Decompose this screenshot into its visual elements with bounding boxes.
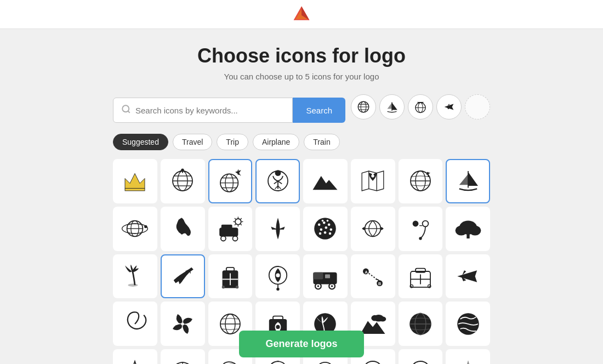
- icon-cell-palm-mountain[interactable]: [303, 159, 348, 203]
- page-subtitle: You can choose up to 5 icons for your lo…: [224, 72, 379, 81]
- icon-cell-airplane-arrow[interactable]: [161, 254, 205, 299]
- filter-airplane[interactable]: Airplane: [253, 134, 299, 150]
- svg-point-71: [412, 221, 418, 227]
- svg-point-93: [317, 285, 320, 287]
- top-bar: [0, 0, 603, 29]
- svg-point-63: [330, 229, 333, 231]
- svg-point-60: [328, 224, 331, 226]
- svg-point-66: [329, 232, 332, 235]
- svg-rect-78: [467, 234, 469, 238]
- generate-logos-button[interactable]: Generate logos: [239, 331, 363, 357]
- icon-cell-globe-spin[interactable]: [399, 159, 443, 203]
- svg-line-4: [128, 111, 129, 112]
- svg-point-3: [122, 105, 129, 112]
- icon-cell-traveler-globe[interactable]: [255, 159, 300, 203]
- icon-cell-trees-silhouette[interactable]: [446, 207, 490, 251]
- icon-cell-luggage-bag[interactable]: [208, 254, 253, 299]
- svg-point-43: [144, 225, 147, 228]
- svg-point-33: [371, 175, 374, 178]
- generate-button-container: Generate logos: [0, 324, 603, 364]
- svg-point-84: [222, 286, 225, 288]
- svg-point-47: [232, 236, 237, 241]
- icon-cell-globe-arrows[interactable]: [351, 207, 395, 251]
- svg-point-62: [325, 226, 328, 229]
- svg-text:B: B: [378, 281, 381, 286]
- icon-cell-sailboat-large[interactable]: [446, 159, 490, 203]
- svg-point-59: [323, 221, 326, 224]
- svg-point-74: [419, 237, 422, 240]
- icon-cell-location-compass[interactable]: [255, 254, 300, 299]
- selected-slot-5[interactable]: [465, 94, 490, 120]
- main-content: Choose icons for logo You can choose up …: [104, 29, 499, 364]
- search-icon: [121, 104, 131, 116]
- icon-cell-airplane-top[interactable]: [255, 207, 300, 251]
- filter-train[interactable]: Train: [304, 134, 339, 150]
- svg-point-94: [331, 285, 333, 287]
- logo: [292, 4, 311, 24]
- icon-cell-airplane-right[interactable]: [446, 254, 490, 299]
- icon-cell-route-ab[interactable]: A B: [351, 254, 395, 299]
- icon-cell-dotted-globe[interactable]: [303, 207, 348, 251]
- svg-point-48: [235, 219, 241, 225]
- svg-point-116: [379, 316, 386, 321]
- search-button[interactable]: Search: [293, 98, 345, 123]
- page-title: Choose icons for logo: [197, 44, 406, 67]
- svg-point-57: [315, 218, 337, 240]
- selected-slot-4[interactable]: [436, 94, 462, 120]
- svg-rect-90: [314, 272, 323, 280]
- icon-cell-map-location[interactable]: [351, 159, 395, 203]
- search-input[interactable]: [135, 99, 285, 122]
- svg-point-115: [371, 315, 378, 321]
- svg-point-29: [275, 170, 281, 177]
- svg-point-72: [422, 221, 428, 227]
- svg-line-54: [241, 224, 242, 225]
- svg-rect-45: [221, 225, 232, 230]
- svg-point-68: [327, 220, 329, 222]
- svg-line-53: [235, 218, 236, 219]
- svg-point-79: [128, 283, 138, 286]
- selected-icons-row: [351, 94, 490, 120]
- svg-line-55: [235, 224, 236, 225]
- filter-travel[interactable]: Travel: [173, 134, 212, 150]
- svg-point-85: [236, 286, 238, 288]
- icon-cell-globe-airplane[interactable]: [208, 159, 253, 203]
- icon-cell-camper-van[interactable]: [303, 254, 348, 299]
- icon-cell-globe-orbit[interactable]: [113, 207, 157, 251]
- svg-point-58: [318, 224, 321, 226]
- svg-text:A: A: [365, 269, 368, 274]
- selected-slot-2[interactable]: [379, 94, 405, 120]
- svg-marker-13: [125, 174, 145, 189]
- svg-rect-95: [325, 274, 330, 278]
- svg-point-77: [469, 226, 481, 236]
- filter-suggested[interactable]: Suggested: [113, 134, 168, 150]
- icon-cell-italy-map[interactable]: [161, 207, 205, 251]
- icon-cell-camper-sun[interactable]: [208, 207, 253, 251]
- svg-point-67: [322, 220, 324, 222]
- icon-cell-globe-network[interactable]: [161, 159, 205, 203]
- svg-line-56: [241, 218, 242, 219]
- svg-rect-14: [125, 189, 145, 191]
- svg-point-87: [276, 273, 280, 277]
- icon-cell-location-pin[interactable]: [399, 207, 443, 251]
- search-and-slots: Search: [113, 94, 490, 126]
- selected-slot-3[interactable]: [408, 94, 433, 120]
- icon-cell-crown[interactable]: [113, 159, 157, 203]
- search-wrap: Search: [113, 98, 345, 123]
- svg-point-64: [319, 232, 322, 235]
- selected-slot-1[interactable]: [351, 94, 376, 120]
- icon-cell-suitcase[interactable]: [399, 254, 443, 299]
- svg-point-46: [221, 236, 226, 241]
- svg-point-88: [276, 288, 279, 291]
- search-box: [113, 98, 293, 123]
- svg-point-61: [320, 229, 323, 231]
- icon-cell-palm-tree[interactable]: [113, 254, 157, 299]
- svg-point-65: [324, 231, 327, 234]
- svg-point-76: [455, 226, 467, 236]
- filter-trip[interactable]: Trip: [217, 134, 248, 150]
- filter-row: Suggested Travel Trip Airplane Train: [113, 134, 490, 150]
